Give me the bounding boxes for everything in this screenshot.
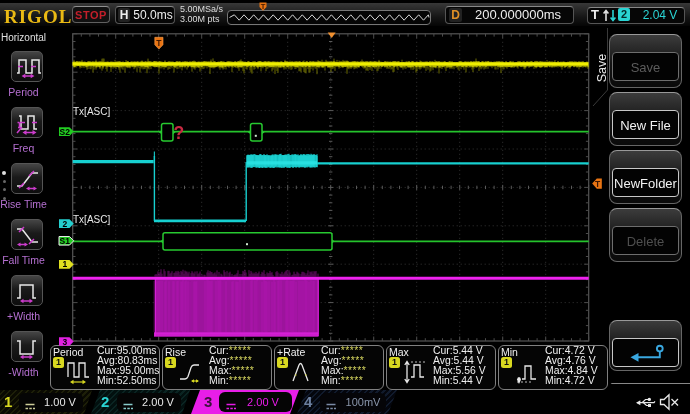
svg-text:?: ? <box>174 123 185 143</box>
svg-text:S1: S1 <box>60 236 71 246</box>
svg-text:T: T <box>156 38 162 48</box>
svg-text:1: 1 <box>62 259 67 269</box>
svg-text:Tx[ASC]: Tx[ASC] <box>73 214 110 225</box>
svg-text:S2: S2 <box>60 127 71 137</box>
svg-text:T: T <box>261 2 266 11</box>
svg-text:2: 2 <box>62 219 67 229</box>
svg-text:Tx[ASC]: Tx[ASC] <box>73 106 110 117</box>
